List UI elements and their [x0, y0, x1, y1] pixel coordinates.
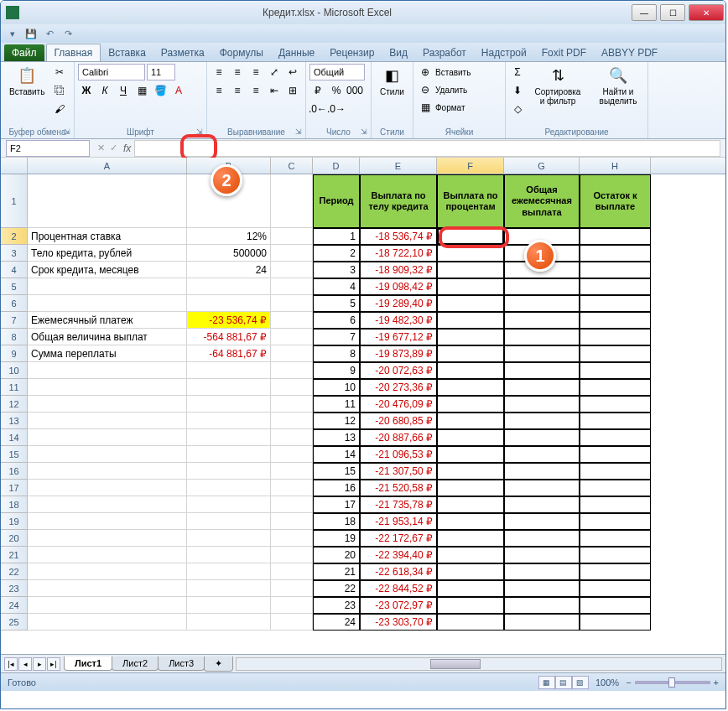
- cell[interactable]: [28, 530, 187, 547]
- tab-foxit[interactable]: Foxit PDF: [534, 44, 594, 61]
- cell[interactable]: [437, 396, 504, 413]
- minimize-button[interactable]: —: [632, 4, 657, 21]
- border-button[interactable]: ▦: [133, 82, 150, 99]
- row-header-14[interactable]: 14: [1, 429, 28, 446]
- cell[interactable]: [580, 362, 651, 379]
- cell[interactable]: [437, 480, 504, 496]
- cell[interactable]: [504, 396, 580, 413]
- maximize-button[interactable]: ☐: [660, 4, 685, 21]
- cell[interactable]: [271, 480, 313, 496]
- cell[interactable]: [504, 463, 580, 480]
- row-header-19[interactable]: 19: [1, 513, 28, 530]
- cell[interactable]: [271, 362, 313, 379]
- align-middle-button[interactable]: ≡: [229, 64, 246, 80]
- cell[interactable]: [504, 379, 580, 396]
- col-header-d[interactable]: D: [313, 158, 360, 174]
- cell[interactable]: -19 873,89 ₽: [360, 345, 437, 362]
- cell[interactable]: -564 881,67 ₽: [187, 329, 271, 345]
- sheet-tab-2[interactable]: Лист2: [112, 657, 159, 671]
- select-all-corner[interactable]: [1, 158, 28, 174]
- cell[interactable]: [437, 530, 504, 547]
- indent-dec-button[interactable]: ⇤: [266, 82, 283, 99]
- cell[interactable]: [580, 496, 651, 513]
- alignment-launcher-icon[interactable]: ⇲: [294, 127, 304, 137]
- cell[interactable]: -19 098,42 ₽: [360, 278, 437, 295]
- bold-button[interactable]: Ж: [78, 82, 95, 99]
- cell[interactable]: [271, 278, 313, 295]
- cancel-icon[interactable]: ✕: [95, 143, 107, 153]
- row-header-24[interactable]: 24: [1, 597, 28, 614]
- cell[interactable]: [437, 463, 504, 480]
- cell[interactable]: -21 953,14 ₽: [360, 513, 437, 530]
- enter-icon[interactable]: ✓: [107, 143, 120, 153]
- row-header-13[interactable]: 13: [1, 413, 28, 429]
- cell[interactable]: -20 887,66 ₽: [360, 429, 437, 446]
- sheet-nav-last[interactable]: ▸|: [47, 657, 60, 671]
- cell[interactable]: [437, 496, 504, 513]
- row-header-22[interactable]: 22: [1, 563, 28, 580]
- cell[interactable]: [28, 480, 187, 496]
- cell[interactable]: [271, 530, 313, 547]
- cell[interactable]: [271, 580, 313, 597]
- styles-button[interactable]: ◧ Стили: [375, 64, 409, 98]
- cell[interactable]: 18: [313, 513, 360, 530]
- cell[interactable]: [437, 262, 504, 278]
- cell[interactable]: [504, 580, 580, 597]
- sheet-tab-3[interactable]: Лист3: [158, 657, 205, 671]
- cell[interactable]: 23: [313, 597, 360, 614]
- tab-home[interactable]: Главная: [46, 44, 101, 61]
- cell[interactable]: Ежемесячный платеж: [28, 312, 187, 329]
- number-format-combo[interactable]: Общий: [309, 64, 365, 80]
- cell[interactable]: [187, 580, 271, 597]
- increase-decimal-button[interactable]: .0←: [309, 101, 326, 117]
- name-box[interactable]: F2: [6, 140, 90, 157]
- cell[interactable]: -64 881,67 ₽: [187, 345, 271, 362]
- cell[interactable]: [28, 362, 187, 379]
- cell[interactable]: Сумма переплаты: [28, 345, 187, 362]
- cell[interactable]: 17: [313, 496, 360, 513]
- cell[interactable]: 13: [313, 429, 360, 446]
- cell[interactable]: 5: [313, 295, 360, 312]
- cell[interactable]: [187, 278, 271, 295]
- col-header-a[interactable]: A: [28, 158, 187, 174]
- cell[interactable]: Срок кредита, месяцев: [28, 262, 187, 278]
- cell[interactable]: 24: [313, 614, 360, 631]
- cell[interactable]: [580, 513, 651, 530]
- orientation-button[interactable]: ⤢: [266, 64, 283, 80]
- align-left-button[interactable]: ≡: [211, 82, 227, 99]
- cell[interactable]: [271, 228, 313, 245]
- tab-addins[interactable]: Надстрой: [474, 44, 534, 61]
- clipboard-launcher-icon[interactable]: ⇲: [62, 127, 72, 137]
- cell[interactable]: -20 680,85 ₽: [360, 413, 437, 429]
- cell[interactable]: [28, 580, 187, 597]
- view-layout-button[interactable]: ▤: [555, 676, 572, 689]
- cell[interactable]: [580, 396, 651, 413]
- cell[interactable]: [504, 329, 580, 345]
- cell[interactable]: [437, 429, 504, 446]
- cell[interactable]: [580, 245, 651, 262]
- view-pagebreak-button[interactable]: ▧: [572, 676, 589, 689]
- tab-file[interactable]: Файл: [4, 44, 44, 61]
- number-launcher-icon[interactable]: ⇲: [359, 127, 369, 137]
- row-header-18[interactable]: 18: [1, 496, 28, 513]
- cell[interactable]: [437, 614, 504, 631]
- cell[interactable]: [187, 379, 271, 396]
- cell[interactable]: [580, 429, 651, 446]
- cell[interactable]: [28, 446, 187, 463]
- insert-function-button[interactable]: fx: [120, 143, 134, 154]
- cell[interactable]: 21: [313, 563, 360, 580]
- zoom-in-button[interactable]: +: [714, 677, 719, 688]
- cell[interactable]: [28, 396, 187, 413]
- row-header-20[interactable]: 20: [1, 530, 28, 547]
- cell[interactable]: [504, 513, 580, 530]
- cell[interactable]: [28, 614, 187, 631]
- cell[interactable]: 15: [313, 463, 360, 480]
- cell[interactable]: [437, 345, 504, 362]
- row-header-17[interactable]: 17: [1, 480, 28, 496]
- cell[interactable]: -21 735,78 ₽: [360, 496, 437, 513]
- cell[interactable]: [504, 278, 580, 295]
- cell[interactable]: -20 072,63 ₽: [360, 362, 437, 379]
- row-header-16[interactable]: 16: [1, 463, 28, 480]
- undo-icon[interactable]: ↶: [43, 27, 56, 40]
- header-total-payment[interactable]: Общая ежемесячная выплата: [504, 174, 580, 228]
